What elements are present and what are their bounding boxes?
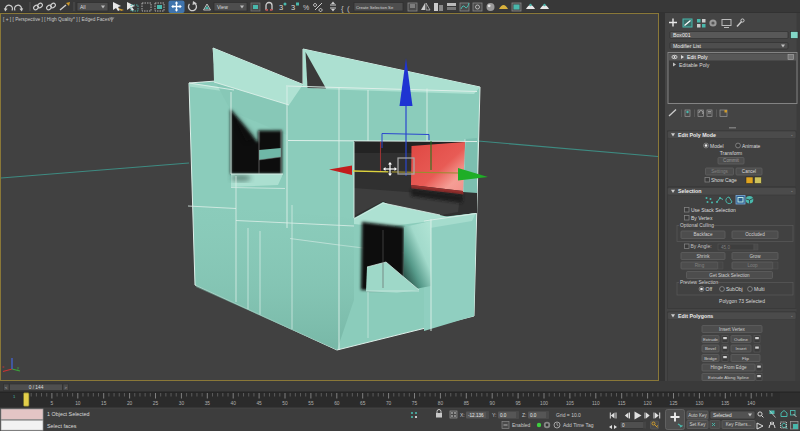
svg-text:105: 105 xyxy=(566,401,574,406)
svg-text:130: 130 xyxy=(695,401,703,406)
svg-text:Extrude: Extrude xyxy=(703,337,719,342)
svg-text:Select faces: Select faces xyxy=(47,423,77,429)
svg-text:Ring: Ring xyxy=(695,263,705,268)
svg-text:Insert: Insert xyxy=(736,346,748,351)
svg-text:Z:: Z: xyxy=(522,412,526,418)
svg-text:0.0: 0.0 xyxy=(500,413,507,418)
svg-text:Multi: Multi xyxy=(754,286,765,292)
svg-text:120: 120 xyxy=(644,401,652,406)
svg-text:90: 90 xyxy=(490,401,496,406)
svg-text:Grid = 10.0: Grid = 10.0 xyxy=(556,412,581,418)
svg-text:(: ( xyxy=(347,4,350,13)
svg-text:135: 135 xyxy=(721,401,729,406)
svg-text:Backface: Backface xyxy=(694,232,713,237)
svg-text:45: 45 xyxy=(256,401,262,406)
svg-text:115: 115 xyxy=(618,401,626,406)
svg-text:55: 55 xyxy=(308,401,314,406)
svg-text:Bevel: Bevel xyxy=(705,346,716,351)
svg-text:3: 3 xyxy=(279,3,283,12)
svg-text:Selection: Selection xyxy=(678,188,702,194)
svg-text:[ + ] [ Perspective ] [ High Q: [ + ] [ Perspective ] [ High Quality* ] … xyxy=(3,17,112,22)
svg-text:Set Key: Set Key xyxy=(689,422,706,427)
svg-text:%: % xyxy=(303,4,309,11)
svg-text:SubObj: SubObj xyxy=(726,286,743,292)
svg-text:30: 30 xyxy=(179,401,185,406)
svg-text:3: 3 xyxy=(291,3,295,12)
svg-text:Key Filters...: Key Filters... xyxy=(726,422,752,427)
svg-text:1 Object Selected: 1 Object Selected xyxy=(47,411,90,417)
svg-text:0: 0 xyxy=(622,423,625,428)
svg-text:Extrude Along Spline: Extrude Along Spline xyxy=(708,375,749,380)
svg-text:Transform: Transform xyxy=(720,150,743,156)
svg-text:40: 40 xyxy=(231,401,237,406)
svg-text:{: { xyxy=(341,4,344,13)
svg-text:Model: Model xyxy=(710,143,724,149)
svg-text:Box001: Box001 xyxy=(673,32,691,38)
svg-text:70: 70 xyxy=(386,401,392,406)
svg-text:0 / 144: 0 / 144 xyxy=(29,385,44,390)
svg-text:Use Stack Selection: Use Stack Selection xyxy=(691,207,736,213)
svg-text:20: 20 xyxy=(127,401,133,406)
svg-text:60: 60 xyxy=(334,401,340,406)
svg-text:125: 125 xyxy=(669,401,677,406)
svg-text:75: 75 xyxy=(412,401,418,406)
svg-text:Hinge From Edge: Hinge From Edge xyxy=(710,365,746,370)
svg-text:35: 35 xyxy=(205,401,211,406)
svg-text:Grow: Grow xyxy=(750,254,762,259)
svg-text:Y:: Y: xyxy=(492,412,496,418)
svg-text:Occluded: Occluded xyxy=(745,232,765,237)
svg-text:Edit Poly Mode: Edit Poly Mode xyxy=(678,132,716,138)
svg-text:Off: Off xyxy=(706,286,713,292)
svg-text:110: 110 xyxy=(592,401,600,406)
svg-text:Settings: Settings xyxy=(711,169,728,174)
svg-text:All: All xyxy=(80,4,86,10)
svg-text:Animate: Animate xyxy=(742,143,761,149)
svg-text:By Angle:: By Angle: xyxy=(691,243,712,249)
svg-text:Flip: Flip xyxy=(742,356,750,361)
svg-text:Show Cage: Show Cage xyxy=(711,177,737,183)
svg-text:X:: X: xyxy=(460,412,465,418)
svg-text:Loop: Loop xyxy=(747,263,758,268)
svg-text:Outline: Outline xyxy=(734,337,748,342)
svg-text:25: 25 xyxy=(153,401,159,406)
svg-text:Edit Polygons: Edit Polygons xyxy=(678,313,713,319)
svg-text:Polygon 73 Selected: Polygon 73 Selected xyxy=(719,298,765,304)
svg-text:80: 80 xyxy=(438,401,444,406)
svg-text:95: 95 xyxy=(515,401,521,406)
svg-text:Add Time Tag: Add Time Tag xyxy=(563,422,594,428)
svg-text:Cancel: Cancel xyxy=(742,169,756,174)
svg-text:By Vertex: By Vertex xyxy=(691,215,713,221)
svg-text:85: 85 xyxy=(464,401,470,406)
svg-text:Enabled: Enabled xyxy=(512,422,531,428)
svg-text:140: 140 xyxy=(747,401,755,406)
svg-text:5: 5 xyxy=(51,401,54,406)
svg-text:-12.136: -12.136 xyxy=(468,413,484,418)
svg-text:Preview Selection: Preview Selection xyxy=(680,280,718,285)
svg-text:Selected: Selected xyxy=(713,413,732,418)
svg-text:0.0: 0.0 xyxy=(530,413,537,418)
svg-text:10: 10 xyxy=(75,401,81,406)
svg-text:45.0: 45.0 xyxy=(721,245,730,250)
svg-text:15: 15 xyxy=(101,401,107,406)
svg-text:Commit: Commit xyxy=(723,158,740,163)
svg-text:View: View xyxy=(217,4,228,10)
svg-text:Insert Vertex: Insert Vertex xyxy=(719,327,745,332)
svg-text:Modifier List: Modifier List xyxy=(673,43,702,49)
svg-text:Edit Poly: Edit Poly xyxy=(687,54,708,60)
svg-text:65: 65 xyxy=(360,401,366,406)
svg-text:Shrink: Shrink xyxy=(696,254,710,259)
svg-text:100: 100 xyxy=(540,401,548,406)
svg-text:50: 50 xyxy=(282,401,288,406)
svg-text:Editable Poly: Editable Poly xyxy=(679,62,710,68)
svg-text:Auto Key: Auto Key xyxy=(688,413,707,418)
svg-text:Create Selection Se: Create Selection Se xyxy=(356,5,394,10)
svg-text:Optional Culling: Optional Culling xyxy=(680,223,714,228)
svg-text:Bridge: Bridge xyxy=(704,356,717,361)
svg-text:Get Stack Selection: Get Stack Selection xyxy=(709,273,750,278)
